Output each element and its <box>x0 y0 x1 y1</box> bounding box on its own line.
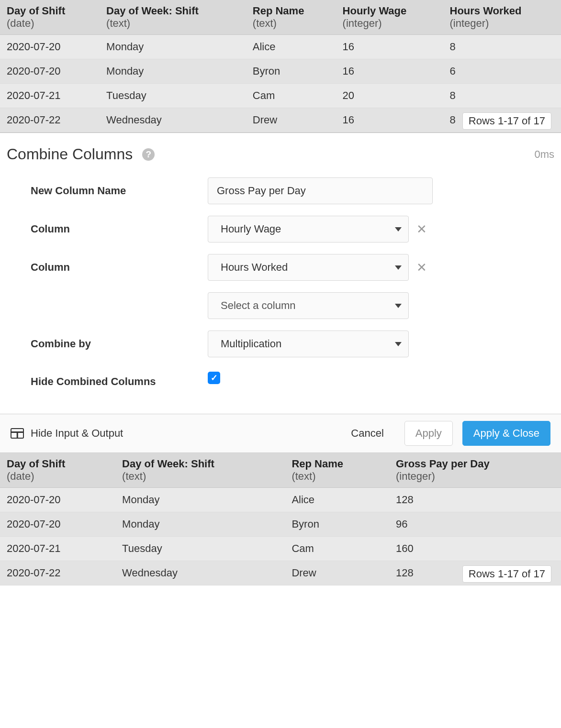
combine-form: New Column Name Column Hourly Wage ✕ Col… <box>7 177 554 388</box>
column-1-row: Column Hourly Wage ✕ <box>31 216 530 243</box>
cell: Drew <box>285 561 389 585</box>
column-2-select[interactable]: Hours Worked <box>208 254 409 281</box>
action-bar: Hide Input & Output Cancel Apply Apply &… <box>0 414 561 453</box>
cell: 128 <box>389 488 561 512</box>
column-type: (text) <box>122 470 278 483</box>
cell: 6 <box>443 59 561 84</box>
cell: Drew <box>246 108 336 132</box>
cell: Tuesday <box>100 84 246 108</box>
cell: 2020-07-22 <box>0 561 115 585</box>
new-column-name-row: New Column Name <box>31 177 530 204</box>
column-type: (text) <box>106 17 239 30</box>
column-1-value: Hourly Wage <box>221 223 281 235</box>
panel-header: Combine Columns ? 0ms <box>7 141 554 177</box>
apply-close-button[interactable]: Apply & Close <box>462 421 550 446</box>
combine-by-row: Combine by Multiplication <box>31 331 530 357</box>
cell: Alice <box>285 488 389 512</box>
cancel-button[interactable]: Cancel <box>340 421 394 446</box>
cell: Tuesday <box>115 537 285 561</box>
combine-by-label: Combine by <box>31 338 208 350</box>
panel-title: Combine Columns <box>7 145 133 163</box>
rows-count-badge[interactable]: Rows 1-17 of 17 <box>462 112 551 130</box>
combine-by-select[interactable]: Multiplication <box>208 331 409 357</box>
action-buttons: Cancel Apply Apply & Close <box>340 421 550 446</box>
output-table-container: Day of Shift (date) Day of Week: Shift (… <box>0 453 561 585</box>
cell: 8 <box>443 84 561 108</box>
cell: 2020-07-20 <box>0 59 100 84</box>
column-type: (date) <box>7 470 109 483</box>
cell: Cam <box>246 84 336 108</box>
table-row[interactable]: 2020-07-20 Monday Alice 128 <box>0 488 561 512</box>
cell: Monday <box>100 59 246 84</box>
chevron-down-icon <box>395 265 402 270</box>
cell: Byron <box>285 512 389 537</box>
table-row[interactable]: 2020-07-20 Monday Byron 96 <box>0 512 561 537</box>
rows-count-badge[interactable]: Rows 1-17 of 17 <box>462 565 551 583</box>
column-title: Hourly Wage <box>343 5 437 17</box>
cell: 96 <box>389 512 561 537</box>
cell: 8 <box>443 35 561 59</box>
cell: 2020-07-21 <box>0 84 100 108</box>
help-icon[interactable]: ? <box>142 148 155 161</box>
hide-input-output-toggle[interactable]: Hide Input & Output <box>11 427 123 440</box>
cell: Cam <box>285 537 389 561</box>
cell: Monday <box>100 35 246 59</box>
cell: 160 <box>389 537 561 561</box>
column-label: Column <box>31 261 208 274</box>
cell: 20 <box>336 84 443 108</box>
cell: Wednesday <box>100 108 246 132</box>
input-table-container: Day of Shift (date) Day of Week: Shift (… <box>0 0 561 133</box>
column-header[interactable]: Day of Week: Shift (text) <box>115 453 285 488</box>
table-row[interactable]: 2020-07-20 Monday Alice 16 8 <box>0 35 561 59</box>
table-row[interactable]: 2020-07-21 Tuesday Cam 160 <box>0 537 561 561</box>
cell: 16 <box>336 108 443 132</box>
column-header[interactable]: Day of Shift (date) <box>0 453 115 488</box>
column-3-select[interactable]: Select a column <box>208 292 409 319</box>
column-header[interactable]: Hourly Wage (integer) <box>336 0 443 35</box>
column-header[interactable]: Hours Worked (integer) <box>443 0 561 35</box>
column-title: Day of Shift <box>7 458 109 470</box>
column-header[interactable]: Gross Pay per Day (integer) <box>389 453 561 488</box>
column-title: Rep Name <box>292 458 382 470</box>
cell: 16 <box>336 59 443 84</box>
apply-button[interactable]: Apply <box>404 421 453 446</box>
column-header[interactable]: Rep Name (text) <box>246 0 336 35</box>
chevron-down-icon <box>395 304 402 308</box>
cell: Alice <box>246 35 336 59</box>
hide-combined-row: Hide Combined Columns ✓ <box>31 372 530 388</box>
column-type: (text) <box>253 17 329 30</box>
chevron-down-icon <box>395 227 402 232</box>
column-title: Day of Week: Shift <box>122 458 278 470</box>
table-icon <box>11 428 24 439</box>
column-type: (integer) <box>450 17 555 30</box>
new-column-name-label: New Column Name <box>31 185 208 197</box>
remove-column-2-button[interactable]: ✕ <box>415 261 428 274</box>
cell: 2020-07-20 <box>0 35 100 59</box>
column-title: Gross Pay per Day <box>396 458 554 470</box>
column-label: Column <box>31 223 208 235</box>
cell: Wednesday <box>115 561 285 585</box>
hide-combined-checkbox[interactable]: ✓ <box>208 372 220 384</box>
column-header[interactable]: Day of Week: Shift (text) <box>100 0 246 35</box>
column-3-placeholder: Select a column <box>221 299 296 312</box>
column-type: (integer) <box>343 17 437 30</box>
table-row[interactable]: 2020-07-20 Monday Byron 16 6 <box>0 59 561 84</box>
column-title: Rep Name <box>253 5 329 17</box>
cell: 2020-07-22 <box>0 108 100 132</box>
new-column-name-input[interactable] <box>208 177 433 204</box>
table-row[interactable]: 2020-07-21 Tuesday Cam 20 8 <box>0 84 561 108</box>
column-1-select[interactable]: Hourly Wage <box>208 216 409 243</box>
cell: Byron <box>246 59 336 84</box>
column-2-value: Hours Worked <box>221 261 288 274</box>
column-header[interactable]: Day of Shift (date) <box>0 0 100 35</box>
hide-combined-label: Hide Combined Columns <box>31 372 208 388</box>
remove-column-1-button[interactable]: ✕ <box>415 223 428 235</box>
input-table-header: Day of Shift (date) Day of Week: Shift (… <box>0 0 561 35</box>
cell: 16 <box>336 35 443 59</box>
hide-io-label: Hide Input & Output <box>31 427 123 440</box>
cell: Monday <box>115 512 285 537</box>
column-header[interactable]: Rep Name (text) <box>285 453 389 488</box>
execution-time: 0ms <box>534 148 554 161</box>
column-title: Day of Week: Shift <box>106 5 239 17</box>
panel-title-row: Combine Columns ? <box>7 145 155 163</box>
